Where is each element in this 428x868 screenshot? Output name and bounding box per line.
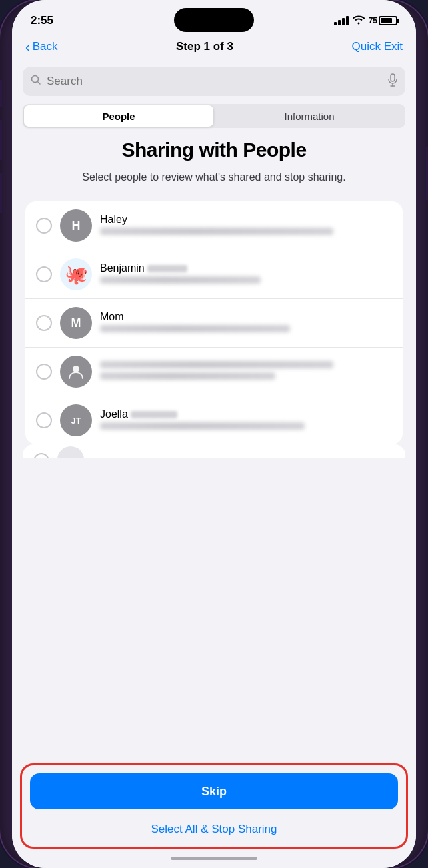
contact-name: Haley [100,213,392,226]
home-indicator [12,851,416,868]
radio-button[interactable] [36,218,52,234]
chevron-left-icon: ‹ [25,40,30,53]
battery-level: 75 [369,16,377,25]
skip-button[interactable]: Skip [30,773,398,809]
list-item[interactable]: H Haley [25,201,403,250]
svg-line-1 [37,81,40,84]
scroll-hint [23,444,405,458]
list-item[interactable]: M Mom [25,299,403,348]
nav-bar: ‹ Back Step 1 of 3 Quick Exit [12,33,416,61]
radio-button[interactable] [36,266,52,282]
contact-detail-blurred [100,325,290,332]
microphone-icon[interactable] [388,73,397,90]
back-button[interactable]: ‹ Back [25,40,57,53]
contacts-card: H Haley 🐙 Benjamin [25,201,403,444]
svg-rect-2 [391,74,395,81]
radio-button[interactable] [36,364,52,380]
search-container [12,61,416,104]
svg-point-5 [73,366,79,372]
contact-info: Haley [100,213,392,238]
select-all-stop-sharing-button[interactable]: Select All & Stop Sharing [30,815,398,844]
volume-up-button[interactable] [0,120,2,160]
contact-name: Mom [100,311,392,323]
tab-people[interactable]: People [24,105,213,127]
signal-icon [334,16,349,25]
search-input[interactable] [47,75,383,88]
contact-info [100,361,392,382]
search-bar [23,67,405,96]
quick-exit-button[interactable]: Quick Exit [351,40,403,53]
contact-name: Benjamin [100,262,392,274]
radio-button[interactable] [36,315,52,331]
avatar: H [60,209,92,242]
home-bar [171,857,257,860]
phone-screen: 2:55 75 [12,0,416,868]
contact-detail-blurred [100,372,275,380]
skip-label: Skip [201,785,227,799]
back-label: Back [33,40,58,53]
page-title: Sharing with People [25,139,403,161]
contact-name-blurred [100,361,333,368]
segment-control: People Information [23,104,405,128]
segment-container: People Information [12,104,416,139]
contact-detail-blurred [100,228,333,235]
nav-title: Step 1 of 3 [176,40,233,53]
contact-info: Benjamin [100,262,392,286]
list-item[interactable]: 🐙 Benjamin [25,250,403,299]
list-item[interactable] [25,348,403,396]
contact-info: Mom [100,311,392,335]
contact-name: Joella [100,408,392,420]
action-border-box: Skip Select All & Stop Sharing [20,763,408,849]
status-icons: 75 [334,15,397,27]
select-all-label: Select All & Stop Sharing [151,823,277,836]
wifi-icon [353,15,365,27]
volume-down-button[interactable] [0,173,2,213]
contact-detail-blurred [100,422,305,430]
contact-info: Joella [100,408,392,432]
avatar: JT [60,404,92,436]
silent-switch [0,80,2,107]
contacts-section: H Haley 🐙 Benjamin [12,201,416,458]
page-subtitle: Select people to review what's shared an… [25,169,403,185]
phone-frame: 2:55 75 [0,0,428,868]
battery-icon: 75 [369,16,397,25]
contact-detail-blurred [100,276,261,284]
avatar: 🐙 [60,258,92,290]
status-time: 2:55 [31,14,53,27]
avatar [60,356,92,388]
content-area: Sharing with People Select people to rev… [12,139,416,185]
avatar: M [60,307,92,339]
tab-information[interactable]: Information [215,105,404,127]
dynamic-island [174,8,254,32]
list-item[interactable]: JT Joella [25,396,403,444]
bottom-wrapper: Skip Select All & Stop Sharing [12,755,416,868]
search-icon [31,75,41,88]
radio-button[interactable] [36,412,52,428]
